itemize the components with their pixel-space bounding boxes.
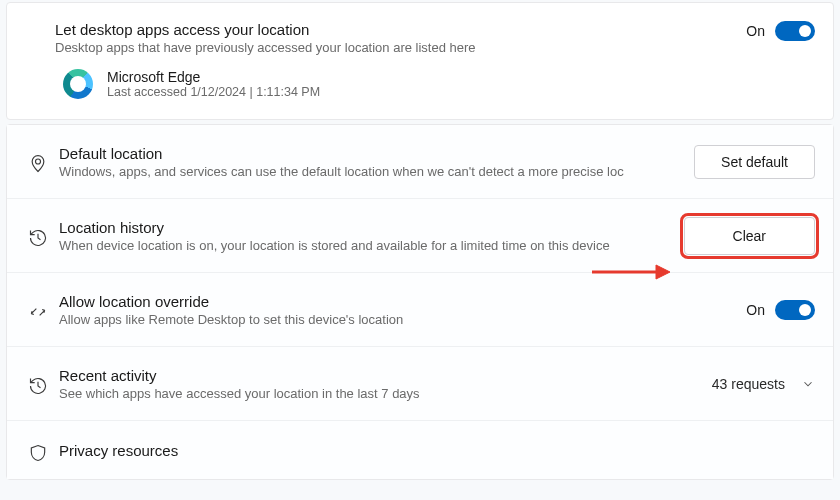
location-pin-icon: [28, 154, 48, 174]
desktop-apps-toggle[interactable]: [775, 21, 815, 41]
override-subtitle: Allow apps like Remote Desktop to set th…: [59, 312, 734, 327]
location-history-title: Location history: [59, 219, 672, 236]
app-last-accessed: Last accessed 1/12/2024 | 1:11:34 PM: [107, 85, 320, 99]
history-icon: [28, 228, 48, 248]
recent-activity-row[interactable]: Recent activity See which apps have acce…: [7, 347, 833, 421]
override-toggle[interactable]: [775, 300, 815, 320]
svg-point-0: [36, 159, 41, 164]
recent-activity-title: Recent activity: [59, 367, 700, 384]
override-arrows-icon: [28, 302, 48, 322]
default-location-title: Default location: [59, 145, 682, 162]
recent-activity-count: 43 requests: [712, 376, 785, 392]
history-icon: [28, 376, 48, 396]
desktop-apps-title: Let desktop apps access your location: [55, 21, 734, 38]
shield-icon: [28, 443, 48, 463]
chevron-down-icon: [801, 377, 815, 391]
desktop-apps-section: Let desktop apps access your location De…: [6, 2, 834, 120]
desktop-apps-toggle-label: On: [746, 23, 765, 39]
default-location-subtitle: Windows, apps, and services can use the …: [59, 164, 682, 179]
location-history-row: Location history When device location is…: [7, 199, 833, 273]
app-name: Microsoft Edge: [107, 69, 320, 85]
override-title: Allow location override: [59, 293, 734, 310]
desktop-apps-subtitle: Desktop apps that have previously access…: [55, 40, 734, 55]
recent-activity-subtitle: See which apps have accessed your locati…: [59, 386, 700, 401]
privacy-resources-title: Privacy resources: [59, 442, 815, 459]
set-default-button[interactable]: Set default: [694, 145, 815, 179]
app-entry-edge: Microsoft Edge Last accessed 1/12/2024 |…: [55, 69, 815, 99]
location-history-subtitle: When device location is on, your locatio…: [59, 238, 672, 253]
default-location-row: Default location Windows, apps, and serv…: [7, 125, 833, 199]
override-toggle-label: On: [746, 302, 765, 318]
location-override-row: Allow location override Allow apps like …: [7, 273, 833, 347]
microsoft-edge-icon: [63, 69, 93, 99]
clear-button[interactable]: Clear: [684, 217, 815, 255]
privacy-resources-row[interactable]: Privacy resources: [7, 421, 833, 479]
